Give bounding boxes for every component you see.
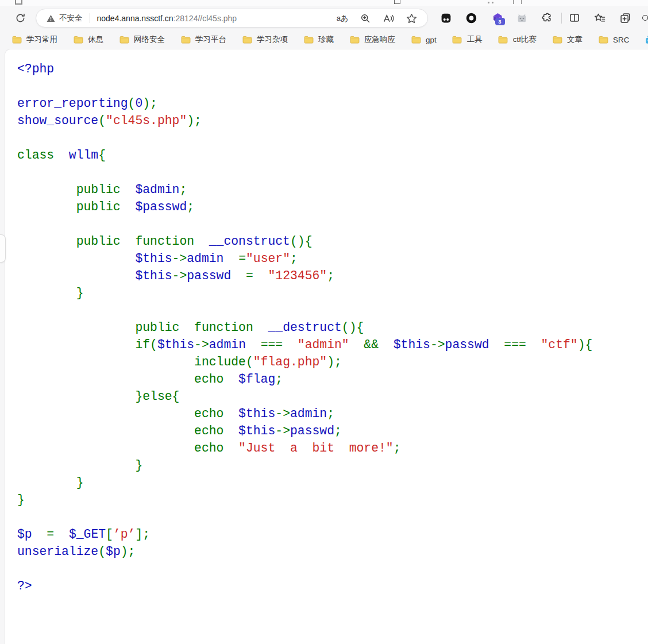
code-line — [17, 129, 648, 146]
dot-fragment — [488, 2, 489, 3]
folder-icon — [553, 36, 562, 44]
folder-icon — [242, 36, 252, 44]
php-source-code: <?php error_reporting(0);show_source(″cl… — [5, 49, 648, 595]
bookmark-label: 文章 — [567, 34, 583, 45]
favorite-star-button[interactable] — [402, 10, 421, 26]
security-label[interactable]: 不安全 — [59, 13, 83, 24]
code-line: show_source(″cl45s.php″); — [17, 112, 648, 129]
code-line: public $admin; — [17, 181, 648, 198]
clipped-toolbar-button[interactable] — [640, 9, 648, 26]
extension-ring-button[interactable] — [462, 9, 480, 26]
extension-cat-face-icon — [516, 12, 528, 24]
code-line: $this->admin =″user″; — [17, 250, 648, 267]
extension-dark-box-button[interactable] — [437, 9, 454, 26]
extension-gem-button[interactable]: 3 — [489, 9, 506, 26]
code-line: $p = $_GET[’p’]; — [17, 526, 648, 543]
star-icon — [406, 13, 417, 24]
code-line: class wllm{ — [17, 146, 648, 164]
bookmark-label: 休息 — [88, 34, 103, 45]
url-text[interactable]: node4.anna.nssctf.cn:28124//cl45s.php — [97, 14, 329, 23]
extension-ring-icon — [465, 12, 477, 24]
sidebar-handle[interactable] — [0, 234, 6, 263]
zoom-button[interactable] — [356, 10, 375, 26]
code-line: error_reporting(0); — [17, 95, 648, 112]
browser-toolbar: 不安全 node4.anna.nssctf.cn:28124//cl45s.ph… — [0, 6, 648, 30]
bookmark-item[interactable]: 学习杂项 — [241, 33, 289, 47]
folder-icon — [452, 36, 462, 44]
bookmark-item[interactable]: 工具 — [451, 33, 484, 47]
tab-icon-fragment — [394, 0, 400, 4]
bookmark-label: gpt — [426, 36, 437, 44]
bookmark-item[interactable]: 学习常用 — [10, 33, 59, 47]
split-screen-button[interactable] — [566, 9, 583, 26]
bar-fragment — [513, 0, 514, 4]
bookmark-item[interactable]: SRC — [597, 33, 631, 46]
address-separator — [90, 13, 90, 23]
favorites-list-button[interactable] — [591, 9, 608, 26]
code-line: include(″flag.php″); — [17, 353, 648, 371]
code-line — [17, 302, 648, 319]
extension-badge: 3 — [495, 18, 505, 25]
bookmark-item[interactable]: 珍藏 — [302, 33, 335, 47]
pin-icon — [15, 0, 22, 5]
code-line — [17, 78, 648, 95]
bookmark-item[interactable]: 文章 — [551, 33, 584, 47]
bar-fragment — [521, 0, 522, 4]
bookmarks-bar: 学习常用休息网络安全学习平台学习杂项珍藏应急响应gpt工具ctf比赛文章SRC哔… — [0, 30, 648, 49]
folder-icon — [181, 36, 191, 44]
code-line: } — [17, 457, 648, 474]
favorites-star-list-icon — [594, 13, 606, 24]
code-line: echo $this->admin; — [17, 405, 648, 422]
code-line: <?php — [17, 60, 648, 78]
split-screen-icon — [569, 12, 580, 24]
code-line: public function __destruct(){ — [17, 319, 648, 336]
bookmark-label: ctf比赛 — [513, 34, 537, 45]
bookmark-label: 学习平台 — [195, 34, 226, 45]
code-line: echo $flag; — [17, 371, 648, 388]
folder-icon — [411, 36, 421, 44]
bookmark-item[interactable]: 学习平台 — [179, 33, 227, 47]
bookmark-item[interactable]: gpt — [410, 33, 438, 46]
code-line: public function __construct(){ — [17, 233, 648, 250]
translate-button[interactable]: aあ — [333, 10, 352, 26]
folder-icon — [74, 36, 83, 44]
folder-icon — [350, 36, 360, 44]
bilibili-icon — [645, 36, 648, 44]
extensions-menu-button[interactable] — [538, 9, 556, 26]
code-line — [17, 508, 648, 526]
bookmark-item[interactable]: 哔哩哔哩 ( °- °)つ... — [644, 33, 648, 47]
tab-bar-remnant — [0, 0, 648, 6]
folder-icon — [599, 36, 608, 44]
read-aloud-button[interactable] — [379, 10, 398, 26]
collections-button[interactable] — [616, 9, 634, 26]
translate-icon: aあ — [337, 13, 349, 24]
refresh-button[interactable] — [11, 9, 29, 26]
folder-icon — [304, 36, 314, 44]
folder-icon — [12, 36, 22, 44]
dot-fragment — [492, 2, 493, 3]
collections-add-icon — [619, 12, 631, 24]
code-line: public $passwd; — [17, 198, 648, 215]
code-line: } — [17, 491, 648, 508]
bookmark-item[interactable]: ctf比赛 — [497, 33, 538, 47]
folder-icon — [498, 36, 508, 44]
bookmark-label: SRC — [613, 36, 630, 44]
bookmark-item[interactable]: 应急响应 — [348, 33, 396, 47]
code-line: if($this->admin === ″admin″ && $this->pa… — [17, 336, 648, 353]
extension-cat-button[interactable] — [513, 9, 530, 26]
code-line: ?> — [17, 577, 648, 595]
folder-icon — [119, 36, 129, 44]
code-line: echo $this->passwd; — [17, 422, 648, 439]
code-line: unserialize($p); — [17, 543, 648, 560]
bookmark-item[interactable]: 休息 — [72, 33, 105, 47]
security-warning-icon — [47, 14, 55, 22]
bookmark-label: 学习杂项 — [257, 34, 288, 45]
code-line — [17, 560, 648, 577]
address-bar[interactable]: 不安全 node4.anna.nssctf.cn:28124//cl45s.ph… — [36, 9, 428, 28]
bookmark-label: 应急响应 — [364, 34, 395, 45]
url-host: node4.anna.nssctf.cn — [97, 14, 173, 23]
code-line — [17, 164, 648, 181]
bookmark-item[interactable]: 网络安全 — [118, 33, 166, 47]
bookmark-label: 学习常用 — [26, 34, 57, 45]
clipped-icon — [640, 12, 648, 24]
